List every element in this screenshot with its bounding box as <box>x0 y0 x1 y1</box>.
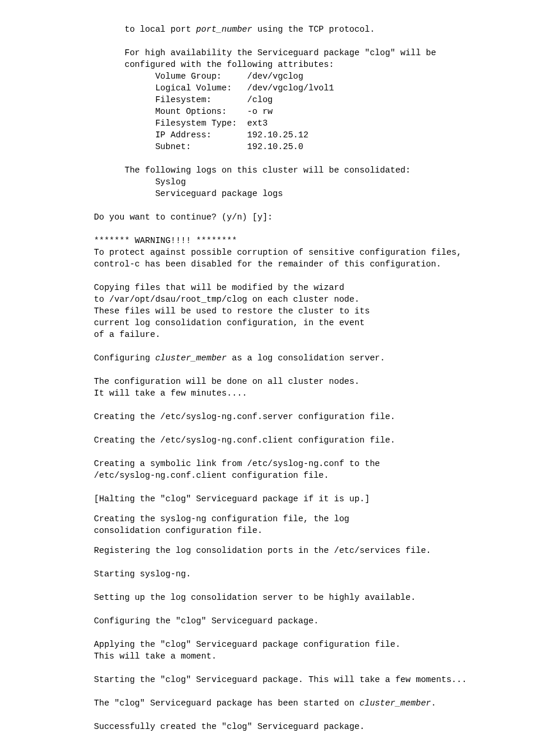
text: to local port <box>94 25 196 34</box>
terminal-output-block-3: Registering the log consolidation ports … <box>94 545 525 746</box>
terminal-output-block-2: Creating the syslog-ng configuration fil… <box>94 513 525 536</box>
text: Registering the log consolidation ports … <box>94 546 467 708</box>
text: using the TCP protocol. For high availab… <box>94 25 462 363</box>
variable-cluster-member: cluster_member <box>155 353 227 363</box>
variable-cluster-member: cluster_member <box>359 698 431 708</box>
text: as a log consolidation server. The confi… <box>94 353 395 504</box>
terminal-output-block-1: to local port port_number using the TCP … <box>94 23 525 505</box>
variable-port-number: port_number <box>196 25 252 34</box>
